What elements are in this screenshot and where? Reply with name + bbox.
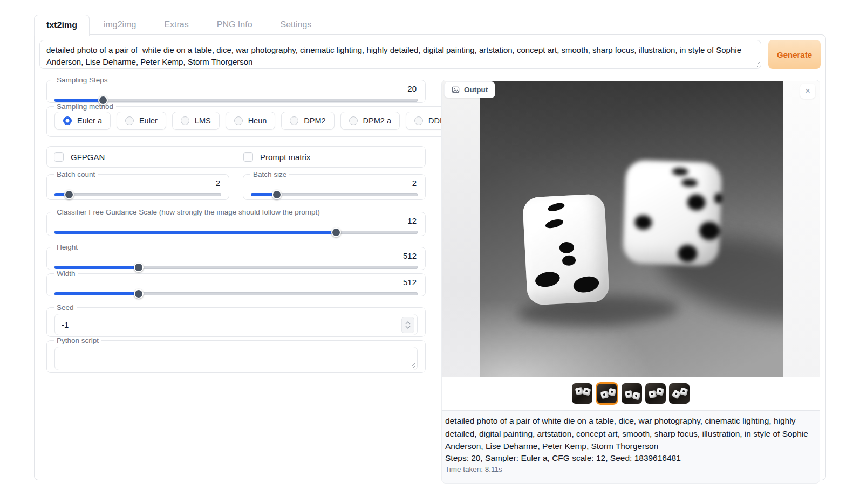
radio-icon bbox=[349, 116, 358, 125]
gfpgan-checkbox[interactable] bbox=[54, 152, 64, 162]
prompt-matrix-checkbox[interactable] bbox=[243, 152, 253, 162]
slider-thumb[interactable] bbox=[272, 190, 282, 199]
python-script-group: Python script bbox=[46, 336, 426, 373]
carousel-prev-slide[interactable] bbox=[442, 81, 480, 377]
output-gallery: Output × bbox=[442, 80, 820, 410]
chevron-down-icon[interactable] bbox=[405, 326, 411, 329]
close-icon[interactable]: × bbox=[800, 84, 815, 99]
carousel-next-slide[interactable] bbox=[783, 81, 820, 377]
slider-thumb[interactable] bbox=[134, 263, 144, 272]
batch-row: Batch count 2 Batch size 2 bbox=[46, 170, 426, 200]
python-script-input[interactable] bbox=[54, 347, 418, 370]
prompt-matrix-label: Prompt matrix bbox=[260, 153, 310, 162]
sampling-steps-slider[interactable] bbox=[54, 96, 418, 105]
width-group: Width 512 bbox=[46, 270, 426, 296]
caption-time-text: Time taken: 8.11s bbox=[445, 465, 815, 473]
radio-euler-a[interactable]: Euler a bbox=[54, 112, 111, 130]
radio-lms[interactable]: LMS bbox=[172, 112, 220, 130]
tab-img2img[interactable]: img2img bbox=[90, 15, 150, 35]
height-group: Height 512 bbox=[46, 243, 426, 270]
batch-count-slider[interactable] bbox=[54, 190, 221, 199]
prompt-matrix-option[interactable]: Prompt matrix bbox=[236, 147, 425, 167]
batch-size-slider[interactable] bbox=[251, 190, 418, 199]
radio-dpm2-a[interactable]: DPM2 a bbox=[340, 112, 400, 130]
radio-label: DPM2 bbox=[304, 116, 325, 125]
die-left bbox=[522, 194, 610, 306]
generation-info: detailed photo of a pair of white die on… bbox=[442, 410, 820, 484]
radio-dpm2[interactable]: DPM2 bbox=[281, 112, 334, 130]
radio-icon bbox=[414, 116, 423, 125]
slider-thumb[interactable] bbox=[331, 227, 341, 237]
txt2img-panel: detailed photo of a pair of white die on… bbox=[34, 34, 826, 480]
batch-size-value: 2 bbox=[251, 178, 417, 188]
thumbnail-4[interactable] bbox=[645, 383, 666, 404]
image-icon bbox=[452, 86, 460, 94]
radio-label: DPM2 a bbox=[363, 116, 391, 125]
radio-icon bbox=[181, 116, 189, 125]
tab-extras[interactable]: Extras bbox=[150, 15, 202, 35]
tab-settings[interactable]: Settings bbox=[267, 15, 326, 35]
height-slider[interactable] bbox=[54, 263, 418, 272]
height-label: Height bbox=[54, 243, 80, 251]
thumbnail-5[interactable] bbox=[669, 383, 690, 404]
seed-label: Seed bbox=[54, 303, 77, 312]
slider-track bbox=[54, 193, 221, 196]
thumbnail-3[interactable] bbox=[622, 383, 642, 404]
radio-label: LMS bbox=[195, 116, 211, 125]
caption-params-text: Steps: 20, Sampler: Euler a, CFG scale: … bbox=[445, 453, 815, 463]
seed-stepper[interactable] bbox=[401, 317, 414, 333]
batch-count-label: Batch count bbox=[54, 170, 98, 178]
seed-group: Seed bbox=[46, 303, 426, 337]
sampling-steps-label: Sampling Steps bbox=[54, 76, 111, 84]
radio-icon bbox=[234, 116, 243, 125]
radio-label: Euler a bbox=[77, 116, 102, 125]
cfg-label: Classifier Free Guidance Scale (how stro… bbox=[54, 208, 323, 216]
caption-prompt-text: detailed photo of a pair of white die on… bbox=[445, 415, 815, 453]
height-value: 512 bbox=[54, 251, 417, 260]
batch-count-value: 2 bbox=[54, 178, 220, 188]
radio-label: Heun bbox=[248, 116, 267, 125]
gfpgan-option[interactable]: GFPGAN bbox=[47, 147, 236, 167]
slider-thumb[interactable] bbox=[64, 190, 74, 199]
cfg-group: Classifier Free Guidance Scale (how stro… bbox=[46, 208, 426, 236]
resize-handle-icon[interactable] bbox=[409, 362, 415, 368]
width-slider[interactable] bbox=[54, 289, 418, 298]
radio-label: Euler bbox=[139, 116, 158, 125]
gfpgan-label: GFPGAN bbox=[71, 153, 105, 162]
slider-fill bbox=[54, 99, 104, 102]
seed-input-wrap bbox=[54, 314, 418, 335]
radio-icon bbox=[290, 116, 298, 125]
generated-image[interactable] bbox=[480, 81, 783, 377]
slider-fill bbox=[54, 231, 337, 234]
seed-input[interactable] bbox=[55, 314, 417, 335]
radio-icon bbox=[63, 116, 72, 125]
thumbnail-1[interactable] bbox=[572, 383, 592, 404]
slider-fill bbox=[54, 292, 139, 295]
sampling-steps-value: 20 bbox=[54, 84, 417, 93]
toggles-box: GFPGAN Prompt matrix bbox=[46, 146, 426, 168]
python-script-label: Python script bbox=[54, 336, 101, 344]
batch-count-group: Batch count 2 bbox=[46, 170, 229, 200]
generate-button[interactable]: Generate bbox=[768, 40, 821, 69]
cfg-value: 12 bbox=[54, 216, 417, 225]
thumbnail-2-selected[interactable] bbox=[596, 382, 618, 405]
slider-track bbox=[54, 99, 418, 102]
slider-thumb[interactable] bbox=[134, 289, 144, 299]
sampling-steps-group: Sampling Steps 20 bbox=[46, 76, 426, 103]
controls-column: Sampling Steps 20 Sampling method Euler … bbox=[46, 76, 426, 373]
tab-png-info[interactable]: PNG Info bbox=[203, 15, 267, 35]
die-right bbox=[623, 160, 722, 266]
output-panel: Output × detailed photo of a pair of whi… bbox=[441, 80, 820, 484]
radio-icon bbox=[125, 116, 134, 125]
tab-txt2img[interactable]: txt2img bbox=[34, 15, 90, 36]
radio-heun[interactable]: Heun bbox=[226, 112, 276, 130]
slider-thumb[interactable] bbox=[98, 95, 108, 105]
batch-size-label: Batch size bbox=[250, 170, 289, 178]
thumbnail-strip bbox=[442, 382, 820, 405]
chevron-up-icon[interactable] bbox=[405, 321, 411, 325]
prompt-input[interactable]: detailed photo of a pair of white die on… bbox=[39, 40, 761, 69]
slider-fill bbox=[54, 266, 139, 269]
prompt-row: detailed photo of a pair of white die on… bbox=[39, 40, 821, 69]
radio-euler[interactable]: Euler bbox=[117, 112, 166, 130]
cfg-slider[interactable] bbox=[54, 228, 418, 237]
